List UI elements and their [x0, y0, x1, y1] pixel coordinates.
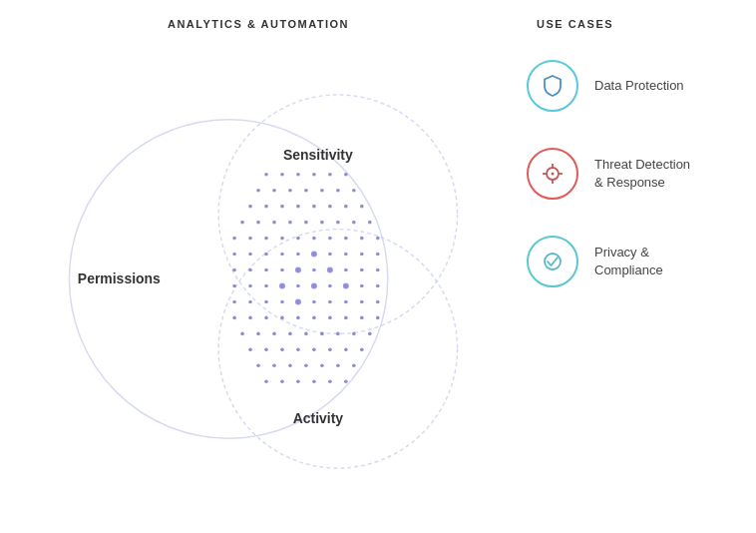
- svg-point-104: [280, 348, 284, 352]
- svg-point-89: [328, 316, 332, 320]
- svg-point-47: [296, 253, 300, 257]
- svg-point-121: [328, 379, 332, 383]
- svg-point-87: [296, 316, 300, 320]
- svg-point-101: [368, 332, 372, 336]
- threat-detection-label: Threat Detection& Response: [594, 156, 690, 192]
- svg-point-52: [376, 253, 380, 257]
- svg-point-39: [328, 237, 332, 241]
- svg-point-94: [256, 332, 260, 336]
- use-cases-title: USE CASES: [537, 18, 756, 30]
- svg-text:Permissions: Permissions: [78, 270, 161, 286]
- svg-point-20: [312, 205, 316, 209]
- svg-point-117: [264, 379, 268, 383]
- svg-point-43: [232, 253, 236, 257]
- svg-point-17: [264, 205, 268, 209]
- svg-point-129: [279, 282, 285, 288]
- svg-point-110: [256, 364, 260, 368]
- svg-point-42: [376, 237, 380, 241]
- svg-point-36: [280, 237, 284, 241]
- svg-point-35: [264, 237, 268, 241]
- checkmark-icon: [539, 248, 567, 275]
- svg-point-61: [360, 268, 364, 272]
- svg-point-1: [218, 95, 457, 333]
- svg-point-81: [360, 300, 364, 304]
- svg-point-53: [232, 268, 236, 272]
- svg-point-14: [336, 189, 340, 193]
- svg-point-115: [336, 364, 340, 368]
- svg-point-127: [295, 298, 301, 304]
- svg-point-28: [304, 221, 308, 225]
- svg-point-18: [280, 205, 284, 209]
- svg-point-19: [296, 205, 300, 209]
- svg-point-84: [248, 316, 252, 320]
- shield-icon: [539, 72, 567, 100]
- svg-text:Sensitivity: Sensitivity: [283, 147, 353, 163]
- svg-point-120: [312, 379, 316, 383]
- svg-point-34: [248, 237, 252, 241]
- svg-point-78: [312, 300, 316, 304]
- svg-point-10: [272, 189, 276, 193]
- svg-point-7: [328, 173, 332, 177]
- svg-point-15: [352, 189, 356, 193]
- svg-point-58: [312, 268, 316, 272]
- svg-point-60: [344, 268, 348, 272]
- svg-point-54: [248, 268, 252, 272]
- svg-point-30: [336, 221, 340, 225]
- svg-point-72: [376, 284, 380, 288]
- svg-point-3: [264, 173, 268, 177]
- svg-point-82: [376, 300, 380, 304]
- svg-point-67: [296, 284, 300, 288]
- svg-point-63: [232, 284, 236, 288]
- crosshair-icon: [539, 160, 567, 188]
- svg-point-96: [288, 332, 292, 336]
- svg-point-97: [304, 332, 308, 336]
- analytics-title: ANALYTICS & AUTOMATION: [168, 18, 349, 30]
- svg-point-50: [344, 253, 348, 257]
- svg-point-103: [264, 348, 268, 352]
- svg-point-86: [280, 316, 284, 320]
- svg-point-23: [360, 205, 364, 209]
- svg-point-112: [288, 364, 292, 368]
- data-protection-label: Data Protection: [594, 77, 684, 95]
- svg-point-76: [280, 300, 284, 304]
- svg-point-29: [320, 221, 324, 225]
- svg-point-32: [368, 221, 372, 225]
- svg-point-119: [296, 379, 300, 383]
- svg-point-114: [320, 364, 324, 368]
- svg-point-13: [320, 189, 324, 193]
- svg-point-64: [248, 284, 252, 288]
- svg-point-75: [264, 300, 268, 304]
- use-case-threat-detection: Threat Detection& Response: [527, 148, 756, 200]
- svg-point-51: [360, 253, 364, 257]
- svg-point-98: [320, 332, 324, 336]
- svg-point-24: [240, 221, 244, 225]
- svg-point-80: [344, 300, 348, 304]
- svg-point-65: [264, 284, 268, 288]
- svg-point-109: [360, 348, 364, 352]
- svg-point-27: [288, 221, 292, 225]
- svg-point-22: [344, 205, 348, 209]
- svg-point-44: [248, 253, 252, 257]
- svg-point-124: [311, 282, 317, 288]
- svg-point-8: [344, 173, 348, 177]
- svg-point-2: [218, 230, 457, 468]
- svg-point-106: [312, 348, 316, 352]
- svg-point-95: [272, 332, 276, 336]
- svg-point-128: [311, 252, 317, 258]
- svg-point-100: [352, 332, 356, 336]
- svg-point-92: [376, 316, 380, 320]
- svg-point-99: [336, 332, 340, 336]
- use-case-data-protection: Data Protection: [527, 60, 756, 112]
- svg-point-116: [352, 364, 356, 368]
- svg-point-102: [248, 348, 252, 352]
- svg-point-88: [312, 316, 316, 320]
- svg-point-5: [296, 173, 300, 177]
- svg-point-41: [360, 237, 364, 241]
- svg-point-26: [272, 221, 276, 225]
- privacy-compliance-label: Privacy &Compliance: [594, 244, 663, 279]
- data-protection-icon-circle: [527, 60, 578, 112]
- svg-point-125: [327, 267, 333, 273]
- svg-point-79: [328, 300, 332, 304]
- svg-point-62: [376, 268, 380, 272]
- main-container: ANALYTICS & AUTOMATION: [0, 0, 756, 533]
